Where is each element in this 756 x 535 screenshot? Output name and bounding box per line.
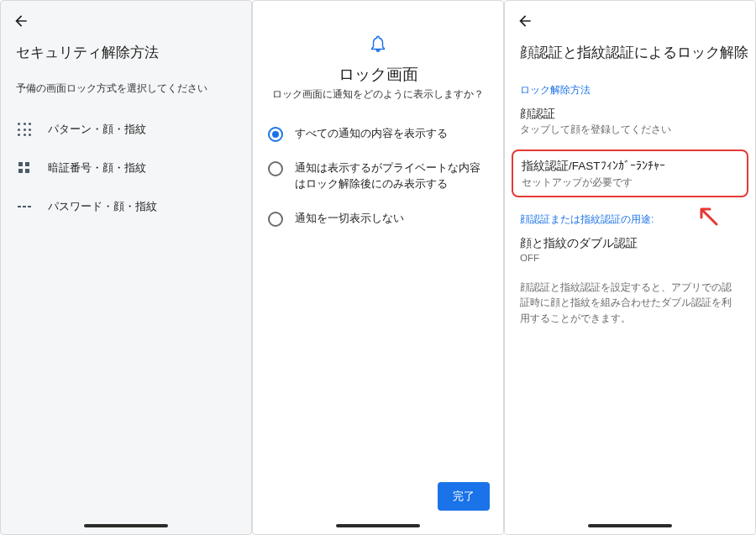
- notif-option-show-all[interactable]: すべての通知の内容を表示する: [253, 117, 503, 151]
- back-button[interactable]: [517, 13, 533, 32]
- lock-option-pin[interactable]: 暗証番号・顔・指紋: [1, 149, 251, 187]
- nav-pill: [336, 524, 420, 527]
- notif-option-hide-all[interactable]: 通知を一切表示しない: [253, 202, 503, 236]
- page-subtitle: ロック画面に通知をどのように表示しますか？: [253, 87, 503, 102]
- nav-pill: [588, 524, 672, 527]
- nav-pill: [84, 524, 168, 527]
- arrow-left-icon: [517, 13, 533, 29]
- page-title: セキュリティ解除方法: [16, 43, 159, 62]
- notif-option-label: すべての通知の内容を表示する: [295, 126, 448, 142]
- notif-option-label: 通知を一切表示しない: [295, 211, 404, 227]
- done-button[interactable]: 完了: [438, 482, 490, 511]
- screen-lock-notifications: ロック画面 ロック画面に通知をどのように表示しますか？ すべての通知の内容を表示…: [252, 0, 504, 535]
- lock-method-list: パターン・顔・指紋 暗証番号・顔・指紋 パスワード・顔・指紋: [1, 110, 251, 226]
- notif-option-hide-private[interactable]: 通知は表示するがプライベートな内容はロック解除後にのみ表示する: [253, 151, 503, 202]
- fingerprint-item[interactable]: 指紋認証/FASTﾌｨﾝｶﾞｰﾗﾝﾁｬｰ セットアップが必要です: [512, 149, 748, 197]
- radio-unselected-icon: [268, 161, 283, 176]
- lock-option-pattern[interactable]: パターン・顔・指紋: [1, 110, 251, 149]
- pattern-icon: [16, 121, 33, 138]
- fingerprint-sub: セットアップが必要です: [522, 176, 738, 189]
- password-icon: [16, 198, 33, 215]
- bell-icon: [369, 34, 387, 56]
- radio-unselected-icon: [268, 212, 283, 227]
- page-subtitle: 予備の画面ロック方式を選択してください: [16, 81, 207, 96]
- face-unlock-item[interactable]: 顔認証 タップして顔を登録してください: [520, 97, 740, 144]
- screen-security-method: セキュリティ解除方法 予備の画面ロック方式を選択してください パターン・顔・指紋…: [0, 0, 252, 535]
- section-biometric-usage: 顔認証または指紋認証の用途:: [520, 212, 740, 227]
- face-unlock-title: 顔認証: [520, 106, 740, 123]
- page-title: ロック画面: [253, 64, 503, 86]
- lock-option-label: 暗証番号・顔・指紋: [48, 160, 146, 176]
- notif-option-label: 通知は表示するがプライベートな内容はロック解除後にのみ表示する: [295, 160, 488, 192]
- dual-auth-item[interactable]: 顔と指紋のダブル認証 OFF: [520, 227, 740, 271]
- lock-option-label: パターン・顔・指紋: [48, 122, 146, 137]
- section-unlock-methods: ロック解除方法: [520, 83, 740, 97]
- fingerprint-title: 指紋認証/FASTﾌｨﾝｶﾞｰﾗﾝﾁｬｰ: [522, 158, 738, 175]
- back-button[interactable]: [13, 13, 29, 32]
- dual-auth-title: 顔と指紋のダブル認証: [520, 235, 740, 252]
- lock-option-label: パスワード・顔・指紋: [48, 199, 157, 214]
- arrow-left-icon: [13, 13, 29, 29]
- page-title: 顔認証と指紋認証によるロック解除: [520, 43, 748, 62]
- radio-selected-icon: [268, 127, 283, 142]
- screen-biometric-unlock: 顔認証と指紋認証によるロック解除 ロック解除方法 顔認証 タップして顔を登録して…: [504, 0, 756, 535]
- dual-auth-note: 顔認証と指紋認証を設定すると、アプリでの認証時に顔と指紋を組み合わせたダブル認証…: [520, 280, 740, 326]
- pin-icon: [16, 160, 33, 176]
- notification-options: すべての通知の内容を表示する 通知は表示するがプライベートな内容はロック解除後に…: [253, 117, 503, 236]
- face-unlock-sub: タップして顔を登録してください: [520, 123, 740, 136]
- dual-auth-sub: OFF: [520, 253, 740, 263]
- lock-option-password[interactable]: パスワード・顔・指紋: [1, 187, 251, 226]
